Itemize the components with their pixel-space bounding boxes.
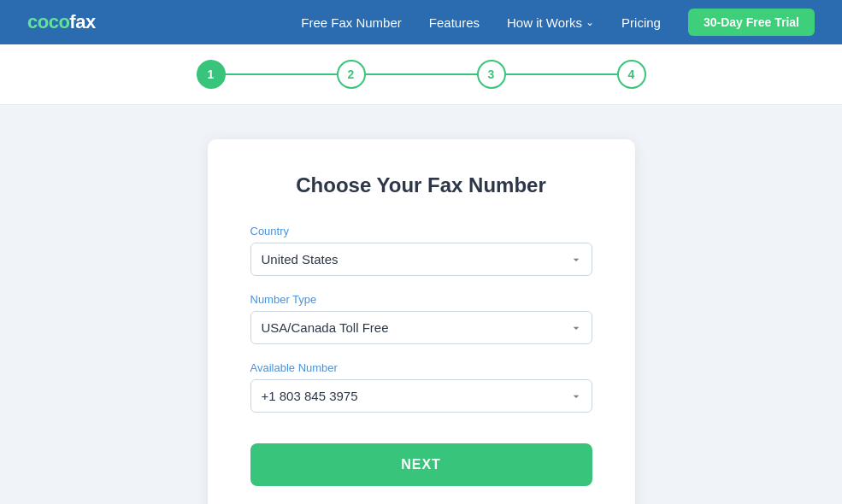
logo-suffix: fax bbox=[69, 11, 95, 32]
next-button[interactable]: NEXT bbox=[250, 443, 592, 486]
country-label: Country bbox=[250, 225, 592, 237]
nav-link-free-fax[interactable]: Free Fax Number bbox=[301, 15, 402, 30]
step-1: 1 bbox=[197, 60, 226, 89]
available-number-select[interactable]: +1 803 845 3975 +1 803 845 3976 +1 803 8… bbox=[250, 379, 592, 413]
main-content: Choose Your Fax Number Country United St… bbox=[0, 105, 842, 504]
country-select[interactable]: United States Canada United Kingdom Aust… bbox=[250, 243, 592, 276]
step-line-3 bbox=[506, 73, 617, 75]
navbar: cocofax Free Fax Number Features How it … bbox=[0, 0, 842, 44]
number-type-select[interactable]: USA/Canada Toll Free Local International bbox=[250, 311, 592, 344]
country-group: Country United States Canada United King… bbox=[250, 225, 592, 276]
step-4: 4 bbox=[617, 60, 646, 89]
step-track: 1 2 3 4 bbox=[197, 60, 646, 89]
step-3: 3 bbox=[477, 60, 506, 89]
nav-links: Free Fax Number Features How it Works ⌄ … bbox=[301, 9, 815, 36]
step-bar: 1 2 3 4 bbox=[0, 44, 842, 105]
number-type-label: Number Type bbox=[250, 293, 592, 306]
step-line-1 bbox=[226, 73, 337, 75]
available-number-group: Available Number +1 803 845 3975 +1 803 … bbox=[250, 361, 592, 413]
logo: cocofax bbox=[27, 11, 96, 33]
step-line-2 bbox=[366, 73, 477, 75]
logo-prefix: coco bbox=[27, 11, 69, 32]
chevron-down-icon: ⌄ bbox=[586, 16, 594, 28]
step-2: 2 bbox=[337, 60, 366, 89]
number-type-group: Number Type USA/Canada Toll Free Local I… bbox=[250, 293, 592, 344]
trial-button[interactable]: 30-Day Free Trial bbox=[688, 9, 815, 36]
nav-link-features[interactable]: Features bbox=[429, 15, 480, 30]
nav-link-pricing[interactable]: Pricing bbox=[621, 15, 661, 30]
nav-link-how-it-works[interactable]: How it Works ⌄ bbox=[507, 15, 594, 30]
nav-link-how-label: How it Works bbox=[507, 15, 582, 30]
fax-number-card: Choose Your Fax Number Country United St… bbox=[208, 139, 635, 504]
card-title: Choose Your Fax Number bbox=[250, 173, 592, 197]
available-number-label: Available Number bbox=[250, 361, 592, 374]
